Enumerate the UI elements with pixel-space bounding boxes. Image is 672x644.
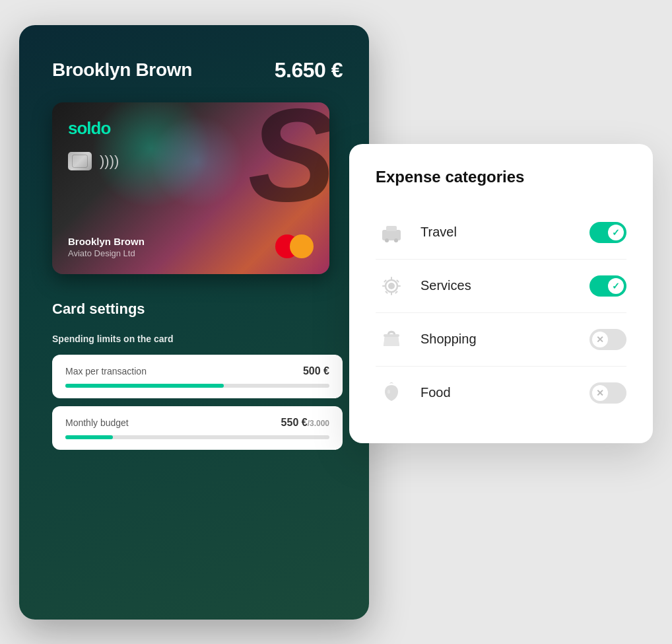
toggle-track-food: ✕ (589, 382, 626, 404)
toggle-track-shopping: ✕ (589, 329, 626, 350)
limit-row-monthly: Monthly budget 550 €/3.000 (65, 417, 329, 429)
food-icon (376, 377, 407, 409)
toggle-thumb-shopping: ✕ (592, 332, 608, 347)
category-item-shopping: Shopping ✕ (376, 313, 626, 367)
card-balance: 5.650 € (275, 58, 343, 83)
card-holder-name: Brooklyn Brown (68, 236, 145, 247)
expense-panel-title: Expense categories (376, 168, 626, 186)
expense-panel: Expense categories Travel ✓ (349, 144, 653, 443)
progress-bar-bg-transaction (65, 384, 329, 388)
toggle-check-services: ✓ (612, 281, 620, 291)
card-header: Brooklyn Brown 5.650 € (52, 58, 343, 83)
card-holder-info: Brooklyn Brown Aviato Design Ltd (68, 236, 145, 258)
toggle-services[interactable]: ✓ (589, 275, 626, 297)
limit-row-transaction: Max per transaction 500 € (65, 365, 329, 377)
limit-value-transaction: 500 € (303, 365, 329, 377)
soldo-card: soldo S )))) Brooklyn Brown Aviato Desig… (52, 102, 329, 274)
limit-card-transaction: Max per transaction 500 € (52, 355, 343, 398)
category-name-travel: Travel (420, 225, 589, 240)
toggle-thumb-travel: ✓ (608, 225, 624, 240)
toggle-x-food: ✕ (596, 388, 604, 398)
scene: Brooklyn Brown 5.650 € soldo S )))) Broo… (19, 25, 653, 620)
svg-rect-1 (386, 226, 397, 231)
limit-value-monthly: 550 €/3.000 (281, 417, 329, 429)
soldo-logo: soldo (68, 118, 314, 139)
toggle-shopping[interactable]: ✕ (589, 329, 626, 350)
toggle-thumb-food: ✕ (592, 385, 608, 401)
card-panel: Brooklyn Brown 5.650 € soldo S )))) Broo… (19, 25, 369, 620)
services-icon (376, 270, 407, 302)
toggle-track-travel: ✓ (589, 222, 626, 243)
contactless-icon: )))) (100, 153, 119, 170)
svg-rect-7 (391, 277, 392, 280)
category-item-travel: Travel ✓ (376, 206, 626, 260)
travel-icon (376, 217, 407, 248)
category-name-shopping: Shopping (420, 332, 589, 347)
svg-point-3 (394, 238, 398, 242)
card-chip-row: )))) (68, 152, 314, 170)
card-owner-name: Brooklyn Brown (52, 59, 192, 81)
svg-point-2 (385, 238, 389, 242)
svg-rect-0 (382, 230, 401, 240)
mc-orange-circle (290, 234, 314, 258)
toggle-x-shopping: ✕ (596, 334, 604, 345)
mastercard-logo (275, 234, 314, 258)
card-settings-section: Card settings Spending limits on the car… (52, 301, 343, 450)
progress-bar-bg-monthly (65, 435, 329, 439)
svg-point-6 (389, 283, 394, 289)
progress-bar-fill-transaction (65, 384, 224, 388)
svg-rect-8 (391, 292, 392, 295)
toggle-track-services: ✓ (589, 275, 626, 297)
toggle-food[interactable]: ✕ (589, 382, 626, 404)
limit-label-transaction: Max per transaction (65, 366, 147, 376)
card-bottom: Brooklyn Brown Aviato Design Ltd (68, 234, 314, 258)
spending-limits-title: Spending limits on the card (52, 334, 343, 344)
category-item-food: Food ✕ (376, 367, 626, 419)
svg-point-16 (387, 390, 390, 394)
svg-rect-10 (397, 285, 401, 287)
shopping-icon (376, 324, 407, 355)
card-settings-title: Card settings (52, 301, 343, 318)
svg-rect-15 (384, 334, 399, 337)
limit-card-monthly: Monthly budget 550 €/3.000 (52, 406, 343, 450)
category-name-services: Services (420, 278, 589, 293)
svg-rect-9 (382, 285, 386, 287)
category-name-food: Food (420, 385, 589, 400)
limit-label-monthly: Monthly budget (65, 417, 129, 428)
limit-subtext-monthly: /3.000 (308, 419, 329, 428)
toggle-travel[interactable]: ✓ (589, 222, 626, 243)
card-company: Aviato Design Ltd (68, 248, 145, 258)
chip-icon (68, 152, 92, 170)
toggle-thumb-services: ✓ (608, 278, 624, 294)
progress-bar-fill-monthly (65, 435, 113, 439)
toggle-check-travel: ✓ (612, 227, 620, 238)
category-item-services: Services ✓ (376, 260, 626, 313)
